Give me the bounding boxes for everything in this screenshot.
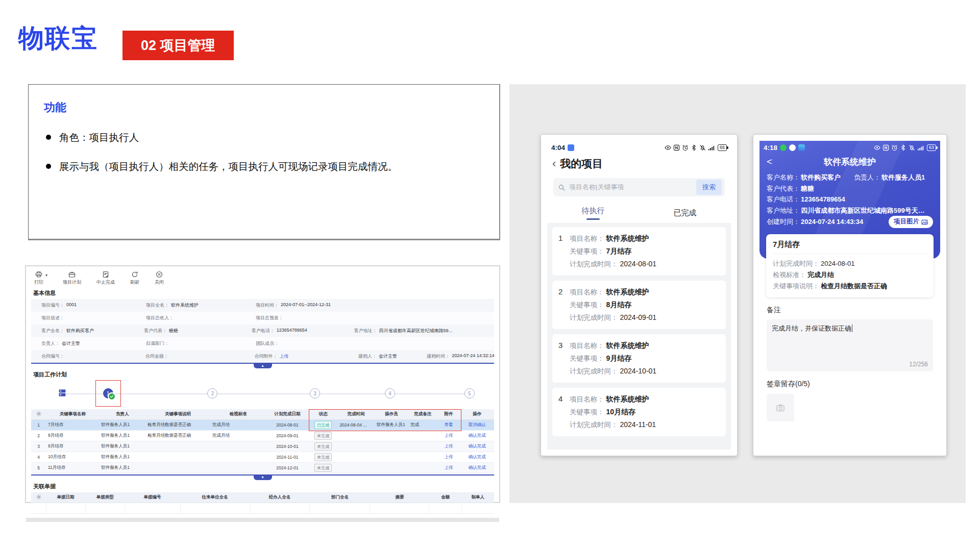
tab-bar: 待执行 已完成 [547, 203, 731, 223]
button-label: 项目图片 [894, 216, 919, 228]
status-bar: 4:04 65 [547, 141, 731, 153]
add-photo-button[interactable] [767, 394, 794, 421]
field-label: 计划完成时间： [570, 258, 618, 270]
section-badge: 02 项目管理 [122, 31, 234, 60]
toolbar: 打印 ▾ 项目计划 中止完成 刷新 关闭 [26, 266, 499, 288]
project-name: 软件系统维护 [606, 286, 649, 298]
toolbar-label: 项目计划 [63, 279, 81, 286]
tab-completed[interactable]: 已完成 [639, 203, 731, 223]
work-plan-title: 项目工作计划 [33, 371, 492, 379]
plan-date: 2024-08-01 [620, 258, 657, 270]
plan-date: 2024-10-01 [620, 365, 657, 377]
stepper-start-node [58, 388, 67, 398]
task-row[interactable]: 3 9月结存 软件服务人员1 2024-10-01 未完成 上传 确认完成 [31, 441, 494, 452]
field-label: 建档时间： [427, 353, 450, 360]
column-header: 部门全名 [310, 492, 370, 503]
desktop-app-window: 打印 ▾ 项目计划 中止完成 刷新 关闭 基本信息 项目编号：0001 项目全名… [25, 265, 500, 503]
page-title: 我的项目 [560, 157, 603, 171]
column-header: 单据编号 [125, 492, 180, 503]
action-link[interactable]: 确认完成 [469, 433, 486, 438]
attachment-link[interactable]: 上传 [445, 443, 453, 448]
collapse-toggle[interactable]: ▼ [254, 475, 272, 480]
key-item: 7月结存 [606, 245, 632, 257]
attachment-link[interactable]: 上传 [445, 433, 453, 438]
column-header: 操作员 [375, 409, 408, 420]
remark-textarea[interactable]: 完成月结，并保证数据正确 12/256 [767, 319, 933, 371]
search-input[interactable]: 项目名称|关键事项 搜索 [553, 178, 725, 196]
signal-icon [917, 144, 924, 151]
column-header: 负责人 [99, 409, 145, 420]
window-footer [26, 518, 499, 522]
project-list-item[interactable]: 1项目名称：软件系统维护 关键事项：7月结存 计划完成时间：2024-08-01 [552, 227, 726, 276]
project-list-item[interactable]: 2项目名称：软件系统维护 关键事项：8月结存 计划完成时间：2024-09-01 [552, 281, 726, 329]
key-item: 10月结存 [606, 406, 636, 418]
task-row[interactable]: 4 10月结存 软件服务人员1 2024-11-01 未完成 上传 确认完成 [31, 452, 494, 463]
collapse-toggle[interactable]: ▲ [254, 363, 272, 368]
attachment-link[interactable]: 上传 [445, 465, 453, 470]
print-button[interactable]: 打印 ▾ [34, 271, 47, 286]
attachment-link[interactable]: 上传 [445, 454, 453, 459]
status-bar: 4:18 63 [760, 141, 940, 153]
key-item: 8月结存 [606, 298, 632, 311]
project-images-button[interactable]: 项目图片 [889, 216, 933, 228]
section-divider: ▼ [31, 474, 494, 475]
action-link[interactable]: 确认完成 [469, 465, 486, 470]
field-label: 客户电话： [252, 328, 275, 334]
attachment-link[interactable]: 查看 [445, 422, 453, 427]
action-link[interactable]: 取消确认 [469, 422, 486, 427]
column-header: 完成时间 [337, 409, 375, 420]
close-circle-icon [156, 271, 163, 278]
task-row[interactable]: 5 11月结存 软件服务人员1 2024-12-01 未完成 上传 确认完成 [31, 463, 494, 473]
upload-link[interactable]: 上传 [279, 353, 288, 360]
abort-complete-button[interactable]: 中止完成 [96, 271, 115, 286]
remark-section: 备注 完成月结，并保证数据正确 12/256 [767, 306, 933, 371]
nav-bar: < 软件系统维护 [760, 153, 940, 171]
battery-icon: 63 [927, 144, 936, 151]
basic-info-title: 基本信息 [33, 289, 492, 297]
column-header: 完成备注 [408, 409, 437, 420]
column-header: 摘要 [370, 492, 429, 503]
step-2[interactable]: 2 [207, 388, 217, 398]
project-plan-button[interactable]: 项目计划 [63, 271, 81, 286]
column-header: 单据日期 [46, 492, 85, 503]
card-title: 7月结存 [773, 240, 927, 254]
close-button[interactable]: 关闭 [155, 271, 164, 286]
project-list-item[interactable]: 4项目名称：软件系统维护 关键事项：10月结存 计划完成时间：2024-11-0… [552, 388, 726, 436]
char-counter: 12/256 [909, 361, 928, 368]
field-label: 合同附件： [254, 353, 277, 360]
field-label: 计划完成时间： [570, 365, 618, 378]
back-chevron-icon[interactable]: < [767, 156, 772, 167]
tab-pending[interactable]: 待执行 [547, 203, 639, 223]
step-4[interactable]: 4 [385, 388, 395, 398]
mute-icon [699, 144, 706, 151]
back-chevron-icon[interactable]: ‹ [552, 159, 556, 169]
settings-icon[interactable] [36, 411, 41, 416]
task-row[interactable]: 2 8月结存 软件服务人员1 检查月结数据是否正确 完成月结 2024-09-0… [31, 431, 494, 441]
project-name: 软件系统维护 [606, 232, 649, 244]
basic-info-form: 项目编号：0001 项目全名：软件系统维护 项目时间：2024-07-01--2… [31, 299, 494, 363]
column-header: 往来单位全名 [180, 492, 250, 503]
action-link[interactable]: 确认完成 [469, 454, 486, 459]
action-link[interactable]: 确认完成 [469, 443, 486, 448]
search-button[interactable]: 搜索 [696, 180, 722, 195]
task-row[interactable]: 1 7月结存 软件服务人员1 检查月结数据是否正确 完成月结 2024-08-0… [31, 420, 494, 431]
step-5[interactable]: 5 [464, 388, 475, 398]
step-3[interactable]: 3 [310, 388, 320, 398]
clock-text: 4:04 [551, 144, 565, 152]
step-1[interactable]: 1 [103, 388, 113, 398]
plan-date: 2024-09-01 [620, 311, 657, 323]
item-index: 4 [558, 393, 566, 405]
caret-down-icon[interactable]: ▾ [45, 273, 47, 278]
project-list-item[interactable]: 3项目名称：软件系统维护 关键事项：9月结存 计划完成时间：2024-10-01 [552, 334, 726, 383]
field-label: 客户代表： [144, 328, 167, 334]
field-label: 检视标准： [773, 269, 806, 281]
field-value: 123654789654 [277, 328, 307, 334]
empty-row [31, 503, 494, 514]
item-index: 3 [558, 339, 566, 352]
column-header: 计划完成日期 [266, 409, 309, 420]
field-label: 客户全名： [41, 328, 64, 334]
status-badge: 未完成 [314, 464, 332, 472]
mute-icon [909, 144, 915, 151]
refresh-button[interactable]: 刷新 [130, 271, 139, 286]
settings-icon[interactable] [36, 494, 41, 499]
